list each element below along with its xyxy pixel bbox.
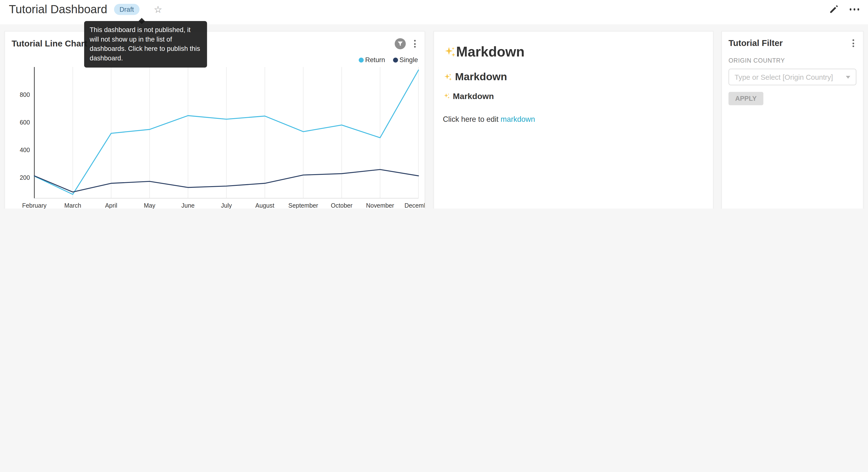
markdown-h2-text: Markdown [455,71,507,83]
single-legend-dot-icon [393,57,398,62]
sparkles-icon [443,72,452,82]
filter-card-title: Tutorial Filter [728,38,783,48]
svg-text:December: December [404,202,425,209]
svg-text:February: February [22,202,47,209]
markdown-h3-text: Markdown [453,91,494,101]
svg-text:May: May [144,202,156,209]
edit-markdown-link[interactable]: markdown [500,115,535,123]
svg-text:600: 600 [20,119,30,126]
dashboard-header: Tutorial Dashboard Draft ☆ This dashboar… [0,0,868,25]
markdown-h1-text: Markdown [456,44,525,60]
filter-indicator-icon[interactable] [395,38,406,49]
markdown-h3: Markdown [443,91,704,101]
line-chart[interactable]: 200400600800FebruaryMarchAprilMayJuneJul… [5,63,425,209]
draft-badge[interactable]: Draft [114,4,140,15]
page-title: Tutorial Dashboard [9,1,107,18]
svg-text:July: July [221,202,232,209]
svg-text:400: 400 [20,147,30,153]
svg-text:April: April [105,202,117,209]
markdown-paragraph: Click here to edit markdown [443,115,704,123]
svg-text:800: 800 [20,91,30,98]
svg-text:June: June [181,202,195,209]
edit-pencil-icon[interactable] [828,4,838,14]
svg-text:August: August [255,202,274,209]
sparkles-icon [443,45,456,58]
markdown-h1: Markdown [443,44,704,60]
svg-text:October: October [331,202,352,209]
markdown-paragraph-text: Click here to edit [443,115,500,123]
line-chart-kebab-menu-icon[interactable] [413,39,417,49]
select-placeholder: Type or Select [Origin Country] [735,73,846,81]
unpublished-tooltip: This dashboard is not published, it will… [84,21,207,67]
apply-button[interactable]: APPLY [728,92,763,105]
tutorial-filter-card: Tutorial Filter ORIGIN COUNTRY Type or S… [721,31,864,209]
tooltip-text: This dashboard is not published, it will… [90,26,200,62]
favorite-star-icon[interactable]: ☆ [154,5,162,14]
chevron-down-icon [846,76,850,78]
markdown-card: Markdown Markdown Markdown Click here to… [434,31,714,209]
svg-text:September: September [288,202,318,209]
return-legend-dot-icon [359,57,363,62]
svg-text:200: 200 [20,174,30,181]
sparkles-icon [443,92,450,99]
header-more-menu-icon[interactable] [849,8,859,10]
origin-country-select[interactable]: Type or Select [Origin Country] [728,69,856,85]
tutorial-line-chart-card: Tutorial Line Chart Return Single [4,31,425,209]
dashboard-viewport: Tutorial Dashboard Draft ☆ This dashboar… [0,0,868,209]
line-chart-title: Tutorial Line Chart [12,39,87,49]
filter-kebab-menu-icon[interactable] [851,38,855,48]
origin-country-label: ORIGIN COUNTRY [728,57,856,64]
markdown-h2: Markdown [443,71,704,83]
svg-text:March: March [64,202,81,209]
svg-text:November: November [366,202,394,209]
